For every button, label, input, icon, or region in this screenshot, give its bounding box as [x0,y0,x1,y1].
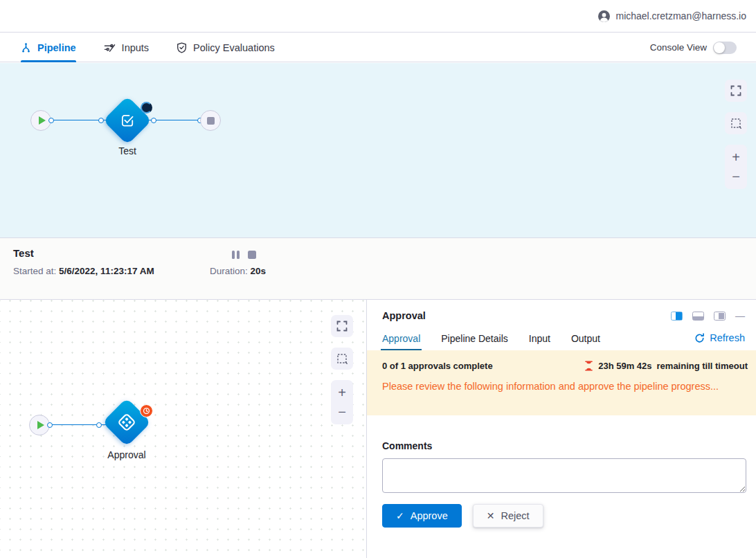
inputs-icon [104,42,116,53]
reject-button[interactable]: ✕ Reject [473,504,543,528]
approval-timeout-banner: 0 of 1 approvals complete 23h 59m 42s re… [367,350,756,415]
started-at: Started at: 5/6/2022, 11:23:17 AM [13,266,154,276]
panel-tab-pipeline-details[interactable]: Pipeline Details [441,333,508,350]
stage-graph-canvas[interactable]: Test + − [0,63,756,237]
clock-icon [143,407,150,415]
tab-inputs[interactable]: Inputs [104,33,150,62]
stop-square-icon [207,117,215,125]
selection-box-icon [336,353,348,365]
timeout-remaining: 23h 59m 42s remaining till timeout [584,361,748,371]
refresh-button[interactable]: Refresh [694,332,745,350]
minimize-panel-button[interactable]: — [735,312,745,321]
console-view-toggle[interactable] [713,42,737,54]
refresh-label: Refresh [710,332,745,343]
zoom-out-button[interactable]: − [338,406,346,418]
tab-label: Inputs [122,42,150,53]
panel-tab-approval[interactable]: Approval [382,333,420,350]
layout-right-button[interactable] [714,312,726,321]
step-canvas-zoom-controls: + − [331,380,353,424]
layout-bottom-button[interactable] [692,312,704,321]
toggle-knob [714,42,725,53]
edge-dot [48,118,54,123]
stage-node-label: Test [86,145,169,156]
panel-title: Approval [382,310,426,321]
approval-step-icon [116,412,137,433]
abort-button[interactable] [248,251,256,259]
tab-pipeline[interactable]: Pipeline [21,33,76,62]
timeout-duration: 23h 59m 42s [598,361,651,371]
edge-dot [96,422,102,428]
tab-label: Policy Evaluations [193,42,275,53]
user-avatar-icon [598,10,610,22]
topbar: michael.cretzman@harness.io [0,0,756,33]
stage-title: Test [13,247,34,259]
approve-label: Approve [411,510,448,521]
stage-canvas-zoom-controls: + − [725,145,747,189]
fullscreen-icon [730,85,741,96]
approval-panel-tabs: Approval Pipeline Details Input Output R… [367,321,756,350]
stage-canvas-fullscreen-button[interactable] [725,80,747,102]
hourglass-icon [584,361,593,371]
duration-value: 20s [251,266,267,276]
refresh-icon [694,333,705,343]
play-icon [39,116,46,125]
policy-shield-icon [177,42,187,53]
step-graph-canvas[interactable]: Approval + − [0,300,367,558]
pipeline-icon [21,42,31,53]
console-view-label: Console View [650,42,707,53]
selection-box-icon [730,118,742,129]
zoom-in-button[interactable]: + [338,386,346,399]
edge-dot [151,118,156,123]
zoom-in-button[interactable]: + [732,151,740,163]
waiting-timer-badge [140,404,153,417]
play-icon [37,421,44,429]
comments-label: Comments [382,440,746,451]
duration: Duration: 20s [210,266,266,276]
running-spinner-badge [141,102,152,114]
step-node-label: Approval [85,449,168,460]
user-menu[interactable]: michael.cretzman@harness.io [598,10,746,22]
zoom-out-button[interactable]: − [732,170,740,183]
stage-end-node[interactable] [200,110,221,131]
panel-tab-input[interactable]: Input [529,333,550,350]
approval-detail-panel: Approval — Approval Pipeline Details Inp… [367,300,756,558]
step-canvas-fit-selection-button[interactable] [331,348,353,370]
check-square-icon [118,111,136,129]
duration-label: Duration: [210,266,248,276]
timeout-suffix: remaining till timeout [657,361,748,371]
main-tabbar: Pipeline Inputs Policy Evaluations Conso… [0,33,756,62]
comments-input[interactable] [382,458,746,493]
pause-button[interactable] [232,251,240,259]
panel-tab-output[interactable]: Output [571,333,600,350]
layout-split-right-button[interactable] [671,312,683,321]
started-at-label: Started at: [13,266,56,276]
tab-label: Pipeline [37,42,76,53]
execution-status-bar: Test Started at: 5/6/2022, 11:23:17 AM D… [0,237,756,300]
step-canvas-fullscreen-button[interactable] [331,315,353,337]
started-at-value: 5/6/2022, 11:23:17 AM [59,266,154,276]
check-icon: ✓ [396,510,404,521]
approve-button[interactable]: ✓ Approve [382,504,462,528]
edge-dot [47,422,53,428]
approval-message: Please review the following information … [382,381,748,392]
tab-policy-evaluations[interactable]: Policy Evaluations [177,33,275,62]
stage-canvas-fit-selection-button[interactable] [725,112,747,134]
reject-label: Reject [501,510,529,521]
fullscreen-icon [336,321,348,332]
user-email: michael.cretzman@harness.io [615,10,746,21]
x-icon: ✕ [487,510,495,521]
approvals-progress-text: 0 of 1 approvals complete [382,361,493,371]
